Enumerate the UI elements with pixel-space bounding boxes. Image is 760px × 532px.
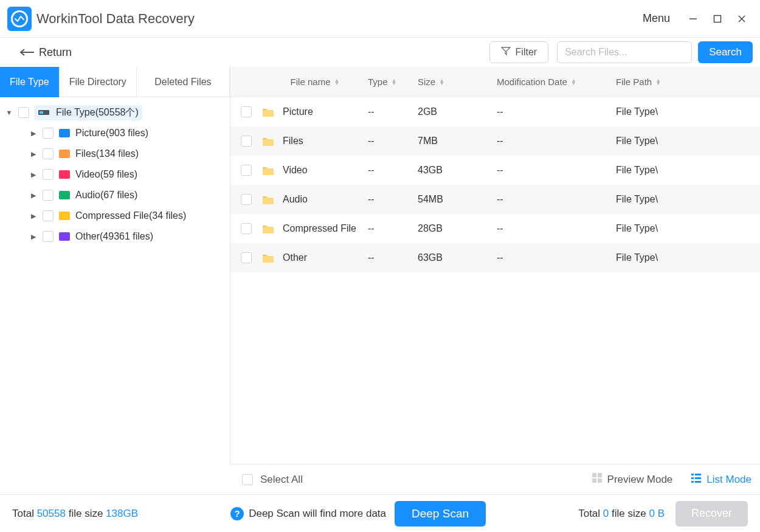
main-area: File Type File Directory Deleted Files ▼… [0,67,760,464]
preview-mode-button[interactable]: Preview Mode [592,472,673,486]
folder-icon [262,136,274,146]
return-button[interactable]: Return [18,46,72,59]
tree-root[interactable]: ▼ File Type(50558个) [2,102,225,123]
sort-icon: ▲▼ [392,79,397,85]
caret-right-icon[interactable]: ▶ [29,192,38,199]
drive-icon [38,108,50,117]
recover-button[interactable]: Recover [675,501,748,527]
col-header-name[interactable]: File name ▲▼ [262,77,368,87]
sort-icon: ▲▼ [334,79,339,85]
row-checkbox[interactable] [241,252,252,263]
tree-item[interactable]: ▶Files(134 files) [2,143,225,164]
folder-icon [262,224,274,233]
tree-checkbox[interactable] [18,107,29,118]
grid-icon [592,472,603,486]
table-row[interactable]: Compressed File--28GB--File Type\ [230,214,760,243]
tab-deleted-files[interactable]: Deleted Files [137,67,230,97]
category-icon [58,211,71,221]
caret-right-icon[interactable]: ▶ [29,171,38,179]
search-button[interactable]: Search [698,41,753,63]
sort-icon: ▲▼ [439,79,444,85]
caret-right-icon[interactable]: ▶ [29,130,38,137]
sort-icon: ▲▼ [655,79,661,85]
table-row[interactable]: Audio--54MB--File Type\ [230,185,760,214]
table-row[interactable]: Files--7MB--File Type\ [230,126,760,156]
tree-item[interactable]: ▶Picture(903 files) [2,123,225,143]
row-name: Compressed File [283,223,356,234]
list-mode-button[interactable]: List Mode [691,472,751,486]
row-mod: -- [497,223,616,234]
caret-right-icon[interactable]: ▶ [29,150,38,158]
file-panel: File name ▲▼ Type ▲▼ Size ▲▼ Modificatio… [230,67,760,464]
table-row[interactable]: Video--43GB--File Type\ [230,156,760,185]
tree-item-label: Audio(67 files) [75,190,137,201]
select-all-checkbox[interactable] [242,474,253,485]
col-header-path[interactable]: File Path ▲▼ [616,77,760,87]
row-type: -- [368,136,418,147]
row-checkbox[interactable] [241,165,252,176]
tree-checkbox[interactable] [43,210,54,221]
app-title: WorkinTool Data Recovery [36,11,195,27]
svg-rect-1 [714,15,721,22]
tree-checkbox[interactable] [43,190,54,201]
tab-file-directory[interactable]: File Directory [60,67,137,97]
tree-checkbox[interactable] [43,148,54,159]
tree-item[interactable]: ▶Video(59 files) [2,164,225,185]
tree-checkbox[interactable] [43,231,54,242]
col-header-type[interactable]: Type ▲▼ [368,77,418,87]
tree-item[interactable]: ▶Other(49361 files) [2,226,225,247]
row-path: File Type\ [616,252,760,263]
row-size: 7MB [418,136,497,147]
deep-scan-button[interactable]: Deep Scan [395,501,486,527]
row-path: File Type\ [616,136,760,147]
svg-rect-14 [691,477,694,479]
footer-bar: Total 50558 file size 138GB ? Deep Scan … [0,494,760,532]
search-input[interactable] [557,41,692,63]
col-header-modification[interactable]: Modification Date ▲▼ [497,77,616,87]
row-checkbox[interactable] [241,136,252,147]
svg-rect-15 [695,477,701,479]
row-checkbox[interactable] [241,194,252,205]
tree-root-label: File Type(50558个) [56,106,139,119]
window-close-button[interactable] [730,7,754,31]
window-maximize-button[interactable] [705,7,730,31]
caret-right-icon[interactable]: ▶ [29,233,38,241]
svg-rect-16 [691,481,694,483]
table-row[interactable]: Other--63GB--File Type\ [230,243,760,272]
select-all-label: Select All [260,474,303,486]
svg-rect-9 [598,473,602,477]
folder-icon [262,165,274,175]
menu-button[interactable]: Menu [643,12,670,25]
row-checkbox[interactable] [241,106,252,117]
caret-down-icon[interactable]: ▼ [5,109,13,116]
caret-right-icon[interactable]: ▶ [29,212,38,220]
filter-button[interactable]: Filter [489,41,549,63]
row-size: 43GB [418,165,497,176]
row-size: 63GB [418,252,497,263]
tree-item[interactable]: ▶Compressed File(34 files) [2,206,225,226]
sidebar: File Type File Directory Deleted Files ▼… [0,67,230,464]
category-icon [58,149,71,159]
row-mod: -- [497,194,616,205]
svg-rect-12 [691,474,694,475]
category-icon [58,232,71,241]
tree-item-label: Picture(903 files) [75,128,148,139]
col-header-size[interactable]: Size ▲▼ [418,77,497,87]
tree-item[interactable]: ▶Audio(67 files) [2,185,225,206]
folder-icon [262,107,274,117]
row-checkbox[interactable] [241,223,252,234]
svg-rect-7 [40,111,43,114]
row-mod: -- [497,252,616,263]
row-size: 28GB [418,223,497,234]
sort-icon: ▲▼ [571,79,576,85]
row-type: -- [368,165,418,176]
app-logo [7,7,32,31]
tab-file-type[interactable]: File Type [0,67,60,97]
arrow-left-icon [18,48,35,57]
tree-checkbox[interactable] [43,169,54,180]
window-minimize-button[interactable] [681,7,705,31]
table-row[interactable]: Picture--2GB--File Type\ [230,97,760,126]
tree-checkbox[interactable] [43,128,54,139]
title-bar: WorkinTool Data Recovery Menu [0,0,760,38]
row-type: -- [368,106,418,117]
